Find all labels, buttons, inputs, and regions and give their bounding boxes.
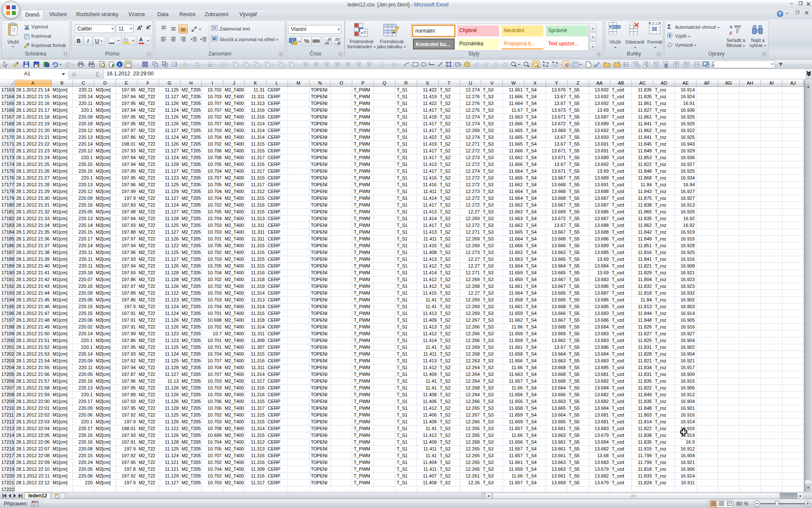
svg-text:A: A xyxy=(729,24,732,29)
svg-text:Z: Z xyxy=(729,30,732,36)
svg-text:1: 1 xyxy=(291,39,294,43)
svg-text:i: i xyxy=(119,62,120,67)
svg-text:a: a xyxy=(213,37,215,40)
